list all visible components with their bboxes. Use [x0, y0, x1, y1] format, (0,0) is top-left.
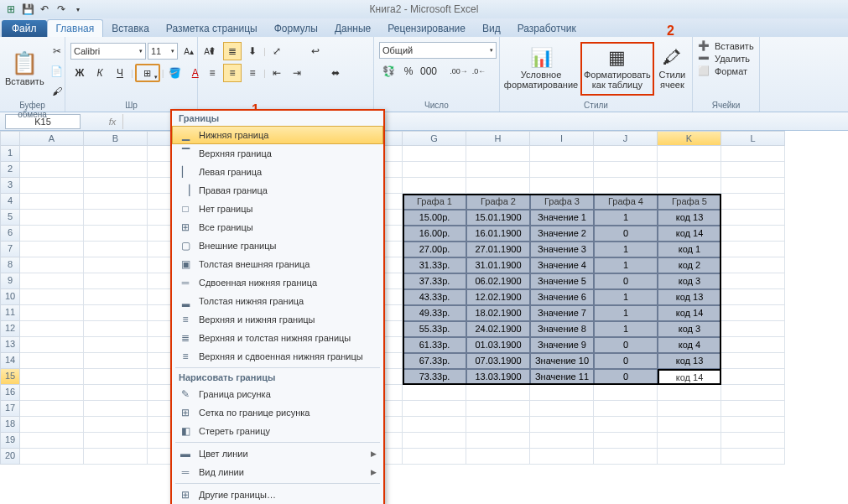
border-menu-item[interactable]: ▬Цвет линии▶ — [172, 444, 383, 463]
bold-button[interactable]: Ж — [70, 64, 89, 82]
cell[interactable]: 61.33р. — [403, 337, 466, 353]
cell[interactable]: 1 — [594, 289, 658, 305]
border-menu-item[interactable]: ⊞Все границы — [172, 218, 383, 236]
cell[interactable]: 37.33р. — [403, 273, 466, 289]
column-header[interactable]: G — [403, 131, 466, 146]
cell[interactable] — [84, 257, 148, 273]
cell[interactable]: код 14 — [658, 369, 721, 385]
cut-icon[interactable]: ✂ — [48, 42, 66, 60]
align-right-icon[interactable]: ≡ — [243, 64, 262, 82]
cell[interactable] — [403, 178, 466, 194]
row-header[interactable]: 2 — [0, 162, 20, 178]
row-header[interactable]: 3 — [0, 178, 20, 194]
tab-home[interactable]: Главная — [47, 19, 104, 37]
cell[interactable] — [721, 385, 785, 401]
cell[interactable] — [20, 369, 84, 385]
cell[interactable] — [594, 449, 658, 465]
copy-icon[interactable]: 📄 — [48, 62, 66, 81]
cell[interactable]: Графа 4 — [594, 194, 658, 210]
number-format-combo[interactable]: Общий▾ — [379, 42, 497, 59]
paste-button[interactable]: 📋 Вставить — [5, 42, 44, 96]
cell[interactable]: 73.33р. — [403, 369, 466, 385]
border-menu-item[interactable]: ▔Верхняя граница — [172, 144, 383, 163]
cell[interactable]: код 3 — [658, 321, 721, 337]
cell[interactable]: 13.03.1900 — [466, 369, 530, 385]
cell[interactable] — [721, 449, 785, 465]
italic-button[interactable]: К — [91, 64, 109, 82]
cell[interactable]: код 13 — [658, 353, 721, 369]
tab-insert[interactable]: Вставка — [103, 20, 158, 37]
cell[interactable] — [403, 449, 466, 465]
tab-review[interactable]: Рецензирование — [379, 20, 474, 37]
cell[interactable] — [466, 401, 530, 417]
border-menu-item[interactable]: ≡Верхняя и нижняя границы — [172, 310, 383, 329]
cell[interactable]: 1 — [594, 321, 658, 337]
cell[interactable] — [530, 146, 594, 162]
cell[interactable]: 55.33р. — [403, 321, 466, 337]
cell[interactable]: 31.01.1900 — [466, 257, 530, 273]
cell[interactable] — [84, 305, 148, 321]
row-header[interactable]: 5 — [0, 210, 20, 226]
cell[interactable] — [658, 178, 721, 194]
undo-icon[interactable]: ↶ — [37, 2, 52, 17]
cell[interactable]: код 3 — [658, 273, 721, 289]
border-menu-item[interactable]: ▁Нижняя граница — [172, 126, 383, 144]
cell[interactable] — [20, 242, 84, 257]
cell[interactable] — [84, 369, 148, 385]
align-left-icon[interactable]: ≡ — [203, 64, 221, 82]
cell[interactable]: 0 — [594, 353, 658, 369]
cell[interactable]: 16.00р. — [403, 226, 466, 242]
cell[interactable] — [84, 337, 148, 353]
delete-cells-button[interactable]: ➖Удалить — [698, 53, 750, 64]
cell[interactable] — [84, 162, 148, 178]
merge-icon[interactable]: ⬌ — [326, 64, 345, 82]
percent-icon[interactable]: % — [399, 62, 418, 81]
cell[interactable] — [721, 305, 785, 321]
row-header[interactable]: 1 — [0, 146, 20, 162]
cell[interactable]: Графа 2 — [466, 194, 530, 210]
cell[interactable] — [594, 401, 658, 417]
cell[interactable] — [721, 433, 785, 449]
cell[interactable] — [721, 210, 785, 226]
cell[interactable] — [658, 162, 721, 178]
cell[interactable] — [403, 417, 466, 433]
cell[interactable] — [658, 385, 721, 401]
column-header[interactable]: B — [84, 131, 148, 146]
tab-developer[interactable]: Разработчик — [509, 20, 585, 37]
cell[interactable] — [658, 146, 721, 162]
cell[interactable]: 0 — [594, 369, 658, 385]
cell[interactable] — [721, 194, 785, 210]
cell[interactable]: Значение 9 — [530, 337, 594, 353]
save-icon[interactable]: 💾 — [20, 2, 35, 17]
cell[interactable] — [721, 337, 785, 353]
border-menu-item[interactable]: ═Сдвоенная нижняя граница — [172, 273, 383, 292]
cell[interactable]: 0 — [594, 226, 658, 242]
orientation-icon[interactable]: ⤢ — [268, 42, 286, 60]
cell[interactable]: 67.33р. — [403, 353, 466, 369]
cell[interactable]: код 14 — [658, 305, 721, 321]
cell[interactable] — [594, 178, 658, 194]
cell[interactable] — [20, 273, 84, 289]
cell[interactable] — [530, 162, 594, 178]
border-menu-item[interactable]: ◧Стереть границу — [172, 422, 383, 440]
tab-data[interactable]: Данные — [326, 20, 379, 37]
cell[interactable] — [84, 242, 148, 257]
cell[interactable] — [84, 449, 148, 465]
cell[interactable]: 12.02.1900 — [466, 289, 530, 305]
column-header[interactable]: L — [721, 131, 785, 146]
cell[interactable]: Значение 6 — [530, 289, 594, 305]
tab-formulas[interactable]: Формулы — [266, 20, 326, 37]
cell[interactable]: 15.00р. — [403, 210, 466, 226]
decrease-decimal-icon[interactable]: .0← — [470, 62, 488, 81]
cell[interactable] — [84, 401, 148, 417]
row-header[interactable]: 6 — [0, 226, 20, 242]
align-bottom-icon[interactable]: ⬇ — [243, 42, 262, 60]
currency-icon[interactable]: 💱 — [379, 62, 398, 81]
cell[interactable] — [721, 178, 785, 194]
fx-icon[interactable]: fx — [106, 117, 119, 127]
cell[interactable]: код 13 — [658, 289, 721, 305]
cell[interactable] — [466, 178, 530, 194]
cell[interactable] — [721, 162, 785, 178]
cell[interactable]: Значение 3 — [530, 242, 594, 257]
conditional-formatting-button[interactable]: 📊 Условное форматирование — [505, 42, 577, 96]
